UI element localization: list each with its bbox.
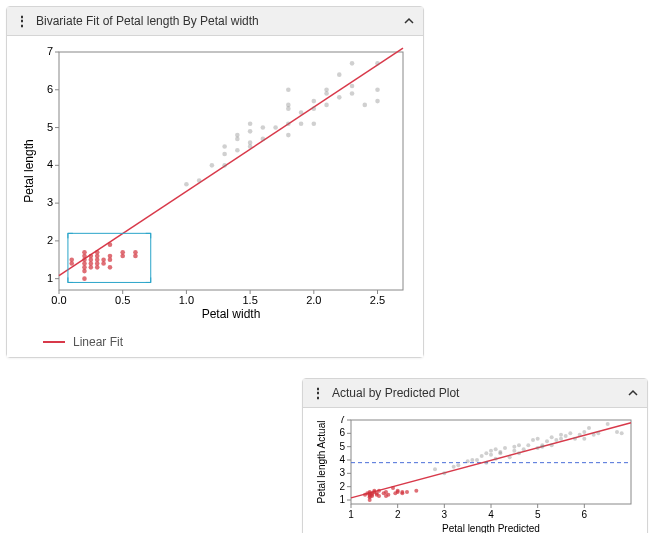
svg-text:1.5: 1.5	[242, 294, 257, 306]
svg-point-204	[405, 490, 409, 494]
svg-point-167	[573, 437, 577, 441]
chevron-up-icon[interactable]	[627, 387, 639, 399]
panel-actual-predicted: ⋮ Actual by Predicted Plot 1234561234567…	[302, 378, 648, 533]
svg-point-134	[466, 459, 470, 463]
svg-text:5: 5	[339, 441, 345, 452]
menu-icon[interactable]: ⋮	[311, 385, 324, 401]
svg-point-168	[578, 433, 582, 437]
svg-point-169	[582, 430, 586, 434]
svg-point-156	[536, 437, 540, 441]
svg-point-159	[545, 439, 549, 443]
svg-point-35	[222, 152, 227, 157]
svg-point-148	[512, 449, 516, 453]
svg-point-91	[108, 254, 113, 259]
svg-point-154	[531, 438, 535, 442]
svg-text:2: 2	[339, 481, 345, 492]
panel-header: ⋮ Bivariate Fit of Petal length By Petal…	[7, 7, 423, 36]
svg-point-94	[120, 250, 125, 255]
svg-point-143	[494, 447, 498, 451]
svg-point-140	[489, 453, 493, 457]
svg-text:4: 4	[339, 454, 345, 465]
svg-point-77	[82, 250, 87, 255]
svg-point-33	[210, 163, 215, 168]
panel-bivariate-fit: ⋮ Bivariate Fit of Petal length By Petal…	[6, 6, 424, 358]
svg-point-130	[433, 467, 437, 471]
svg-point-59	[324, 87, 329, 92]
svg-point-170	[582, 437, 586, 441]
svg-text:2: 2	[395, 509, 401, 520]
svg-text:6: 6	[47, 83, 53, 95]
svg-point-43	[248, 121, 253, 126]
svg-point-34	[222, 163, 227, 168]
svg-text:7: 7	[339, 416, 345, 425]
svg-text:4: 4	[47, 158, 53, 170]
svg-point-131	[442, 471, 446, 475]
svg-point-48	[286, 121, 291, 126]
svg-point-96	[133, 250, 138, 255]
actual-predicted-plot[interactable]: 1234561234567Petal length ActualPetal le…	[311, 416, 639, 533]
svg-point-138	[484, 451, 488, 455]
svg-point-63	[350, 84, 355, 89]
svg-point-56	[312, 99, 317, 104]
svg-point-163	[559, 437, 563, 441]
svg-point-201	[396, 489, 400, 493]
svg-point-171	[587, 426, 591, 430]
svg-point-141	[489, 449, 493, 453]
svg-text:2: 2	[47, 234, 53, 246]
svg-point-61	[337, 72, 342, 77]
svg-point-81	[89, 254, 94, 259]
svg-text:2.5: 2.5	[370, 294, 385, 306]
svg-point-139	[484, 461, 488, 465]
svg-point-136	[475, 458, 479, 462]
svg-text:3: 3	[47, 196, 53, 208]
svg-point-176	[620, 431, 624, 435]
svg-point-158	[540, 443, 544, 447]
svg-point-150	[517, 451, 521, 455]
svg-point-147	[508, 455, 512, 459]
svg-text:0.0: 0.0	[51, 294, 66, 306]
svg-point-172	[592, 433, 596, 437]
svg-point-36	[222, 144, 227, 149]
bivariate-plot[interactable]: 0.00.51.01.52.02.51234567Petal lengthPet…	[15, 44, 415, 327]
svg-point-164	[559, 433, 563, 437]
svg-point-198	[391, 486, 395, 490]
svg-point-133	[456, 463, 460, 467]
svg-point-135	[470, 458, 474, 462]
svg-point-197	[386, 493, 390, 497]
svg-point-137	[480, 454, 484, 458]
menu-icon[interactable]: ⋮	[15, 13, 28, 29]
panel-body: 1234561234567Petal length ActualPetal le…	[303, 408, 647, 533]
svg-point-37	[235, 148, 240, 153]
svg-point-203	[400, 490, 404, 494]
svg-point-162	[554, 438, 558, 442]
svg-rect-98	[351, 420, 631, 504]
svg-text:5: 5	[535, 509, 541, 520]
svg-text:1: 1	[348, 509, 354, 520]
legend-label: Linear Fit	[73, 335, 123, 349]
chevron-up-icon[interactable]	[403, 15, 415, 27]
svg-text:Petal length Actual: Petal length Actual	[316, 421, 327, 504]
svg-point-66	[375, 99, 380, 104]
svg-point-55	[312, 106, 317, 111]
svg-line-29	[59, 48, 403, 275]
svg-point-31	[184, 182, 189, 187]
svg-text:0.5: 0.5	[115, 294, 130, 306]
svg-point-53	[299, 110, 304, 115]
svg-point-51	[286, 87, 291, 92]
svg-point-155	[536, 446, 540, 450]
svg-point-64	[350, 61, 355, 66]
svg-point-151	[517, 443, 521, 447]
svg-point-32	[197, 178, 202, 183]
svg-point-45	[261, 125, 266, 130]
legend: Linear Fit	[43, 335, 415, 349]
svg-point-50	[286, 103, 291, 108]
svg-text:Petal length Predicted: Petal length Predicted	[442, 523, 540, 533]
svg-point-160	[550, 443, 554, 447]
svg-point-68	[375, 61, 380, 66]
svg-point-174	[606, 422, 610, 426]
svg-text:3: 3	[442, 509, 448, 520]
svg-text:1: 1	[47, 272, 53, 284]
panel-title: Bivariate Fit of Petal length By Petal w…	[36, 14, 395, 28]
svg-point-166	[568, 431, 572, 435]
svg-point-39	[235, 133, 240, 138]
